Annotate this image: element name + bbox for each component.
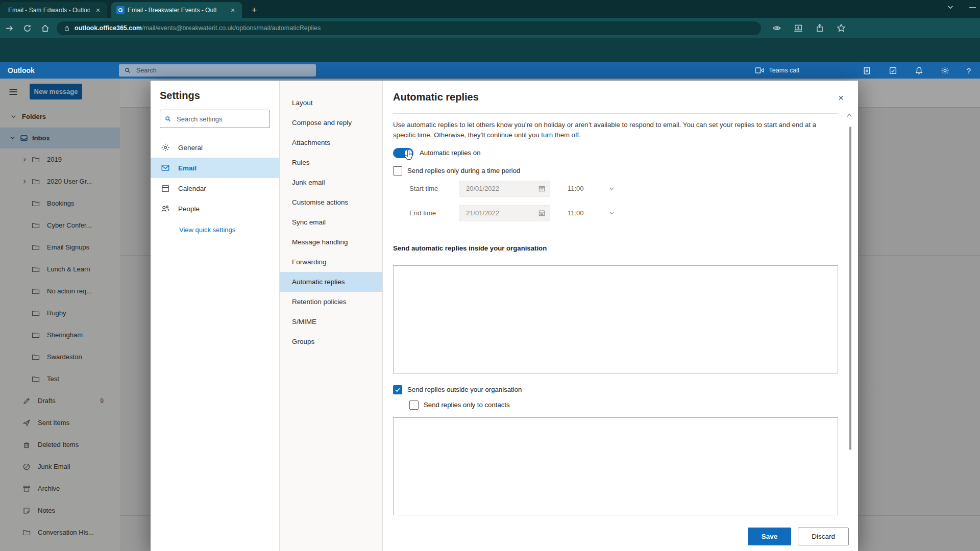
settings-modal: Settings General Email Calendar People bbox=[151, 81, 858, 551]
browser-empty-strip bbox=[0, 38, 980, 62]
global-search-box[interactable] bbox=[119, 64, 316, 77]
settings-category-general[interactable]: General bbox=[151, 137, 279, 158]
mouse-cursor-hand bbox=[404, 149, 415, 161]
end-date-input[interactable]: 21/01/2022 bbox=[459, 205, 550, 221]
modal-scrollbar-thumb[interactable] bbox=[849, 127, 851, 450]
calendar-icon bbox=[538, 209, 546, 217]
panel-description: Use automatic replies to let others know… bbox=[393, 120, 838, 140]
start-time-value: 11:00 bbox=[568, 185, 590, 192]
email-section-groups[interactable]: Groups bbox=[280, 332, 382, 352]
contacts-only-label: Send replies only to contacts bbox=[424, 401, 510, 409]
time-period-checkbox[interactable] bbox=[393, 166, 402, 176]
tab-close-icon[interactable]: × bbox=[94, 6, 102, 14]
video-camera-icon bbox=[755, 67, 764, 74]
start-date-input[interactable]: 20/01/2022 bbox=[459, 181, 550, 197]
email-section-customise-actions[interactable]: Customise actions bbox=[280, 192, 382, 212]
settings-search-box[interactable] bbox=[160, 110, 270, 128]
settings-nav-panel: Settings General Email Calendar People bbox=[151, 81, 280, 551]
browser-tab-1[interactable]: Email - Sam Edwards - Outlook × bbox=[0, 2, 107, 18]
save-button[interactable]: Save bbox=[748, 528, 792, 545]
email-section-message-handling[interactable]: Message handling bbox=[280, 232, 382, 252]
my-day-icon[interactable] bbox=[889, 66, 897, 75]
tab-title: Email - Breakwater Events - Outl bbox=[128, 7, 225, 14]
browser-chrome: Email - Sam Edwards - Outlook × Email - … bbox=[0, 0, 980, 62]
settings-category-email[interactable]: Email bbox=[151, 158, 279, 178]
search-icon bbox=[164, 115, 172, 122]
tab-close-icon[interactable]: × bbox=[229, 6, 237, 14]
email-section-rules[interactable]: Rules bbox=[280, 153, 382, 172]
forward-icon[interactable] bbox=[5, 24, 14, 33]
email-section-attachments[interactable]: Attachments bbox=[280, 133, 382, 153]
new-tab-button[interactable]: + bbox=[248, 4, 260, 16]
toggle-label: Automatic replies on bbox=[420, 149, 480, 157]
email-settings-nav: Layout Compose and reply Attachments Rul… bbox=[280, 81, 383, 551]
tab-search-chevron-icon[interactable] bbox=[947, 4, 954, 11]
minimize-button[interactable]: — bbox=[969, 3, 976, 11]
url-bar[interactable]: outlook.office365.com/mail/events@breakw… bbox=[57, 21, 761, 35]
teams-call-label: Teams call bbox=[769, 67, 799, 74]
email-section-automatic-replies[interactable]: Automatic replies bbox=[280, 272, 382, 292]
tab-title: Email - Sam Edwards - Outlook bbox=[8, 7, 90, 14]
premium-apps-icon[interactable] bbox=[863, 66, 871, 75]
contacts-only-checkbox[interactable] bbox=[409, 400, 419, 410]
notifications-bell-icon[interactable] bbox=[915, 66, 923, 75]
email-section-smime[interactable]: S/MIME bbox=[280, 312, 382, 332]
inside-org-message-textarea[interactable] bbox=[393, 265, 838, 373]
calendar-icon bbox=[538, 185, 546, 192]
lock-icon bbox=[64, 25, 70, 32]
end-time-value: 11:00 bbox=[568, 209, 590, 217]
email-section-forwarding[interactable]: Forwarding bbox=[280, 252, 382, 272]
end-time-label: End time bbox=[409, 209, 459, 217]
check-icon bbox=[395, 387, 401, 393]
url-host: outlook.office365.com bbox=[75, 24, 142, 32]
share-icon[interactable] bbox=[815, 23, 824, 33]
outlook-brand: Outlook bbox=[0, 66, 119, 74]
url-path: /mail/events@breakwaterit.co.uk/options/… bbox=[142, 24, 321, 32]
settings-category-people[interactable]: People bbox=[151, 198, 279, 219]
inside-org-label: Send automatic replies inside your organ… bbox=[393, 244, 838, 252]
outside-org-label: Send replies outside your organisation bbox=[407, 386, 522, 393]
home-icon[interactable] bbox=[41, 24, 50, 33]
start-time-dropdown[interactable] bbox=[608, 185, 615, 192]
time-period-label: Send replies only during a time period bbox=[407, 167, 520, 174]
help-icon[interactable]: ? bbox=[967, 66, 971, 75]
close-icon[interactable]: × bbox=[838, 93, 844, 103]
browser-tab-2[interactable]: Email - Breakwater Events - Outl × bbox=[111, 2, 242, 18]
outside-org-checkbox[interactable] bbox=[393, 385, 402, 394]
discard-button[interactable]: Discard bbox=[798, 528, 849, 545]
settings-search-input[interactable] bbox=[176, 115, 254, 123]
search-input[interactable] bbox=[135, 66, 290, 74]
settings-title: Settings bbox=[160, 90, 279, 102]
mail-icon bbox=[161, 163, 170, 172]
end-time-dropdown[interactable] bbox=[608, 210, 615, 216]
people-icon bbox=[161, 204, 170, 213]
outlook-favicon bbox=[116, 6, 125, 14]
panel-title: Automatic replies bbox=[393, 91, 479, 103]
search-icon bbox=[124, 67, 131, 74]
gear-icon bbox=[161, 143, 170, 152]
reload-icon[interactable] bbox=[23, 24, 32, 33]
preview-eye-icon[interactable] bbox=[772, 23, 781, 33]
scroll-up-arrow-icon[interactable] bbox=[847, 113, 852, 117]
calendar-icon bbox=[161, 184, 170, 193]
settings-category-calendar[interactable]: Calendar bbox=[151, 178, 279, 198]
teams-call-button[interactable]: Teams call bbox=[755, 67, 799, 74]
email-section-retention-policies[interactable]: Retention policies bbox=[280, 292, 382, 312]
email-section-sync-email[interactable]: Sync email bbox=[280, 212, 382, 232]
browser-toolbar: outlook.office365.com/mail/events@breakw… bbox=[0, 18, 980, 38]
install-app-icon[interactable] bbox=[794, 23, 803, 33]
view-quick-settings-link[interactable]: View quick settings bbox=[179, 226, 279, 234]
email-section-compose-and-reply[interactable]: Compose and reply bbox=[280, 113, 382, 133]
app-body: New message Folders Inbox 2019 2020 User… bbox=[0, 79, 980, 551]
outside-org-message-textarea[interactable] bbox=[393, 417, 838, 515]
email-section-junk-email[interactable]: Junk email bbox=[280, 172, 382, 192]
automatic-replies-panel: Automatic replies × Use automatic replie… bbox=[383, 81, 858, 551]
browser-tab-bar: Email - Sam Edwards - Outlook × Email - … bbox=[0, 0, 980, 18]
start-time-label: Start time bbox=[409, 185, 459, 192]
bookmark-star-icon[interactable] bbox=[837, 23, 846, 33]
settings-gear-icon[interactable] bbox=[941, 66, 949, 75]
outlook-header: Outlook Teams call ? bbox=[0, 62, 980, 79]
email-section-layout[interactable]: Layout bbox=[280, 93, 382, 113]
